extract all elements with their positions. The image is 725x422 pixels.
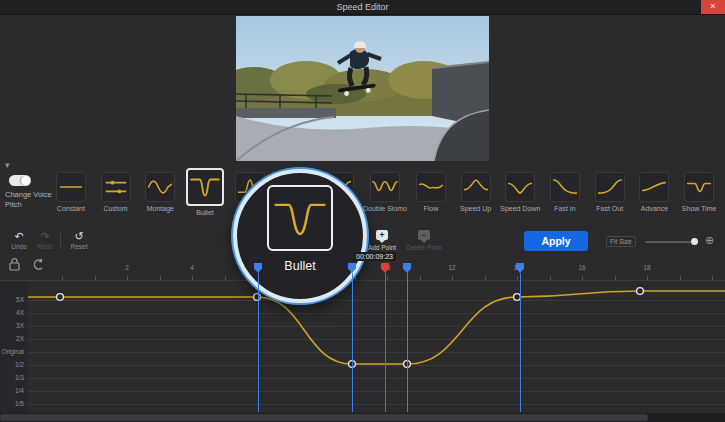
preset-constant[interactable]: Constant — [50, 172, 92, 220]
voice-pitch-toggle[interactable] — [9, 175, 31, 186]
ruler-number: 16 — [578, 264, 585, 271]
preset-magnifier: Bullet — [233, 169, 367, 303]
preset-bullet[interactable]: Bullet — [184, 172, 226, 220]
preset-speed-down[interactable]: Speed Down — [499, 172, 541, 220]
preset-label: Speed Up — [460, 205, 491, 212]
ruler-tick — [647, 276, 648, 280]
delete-point-icon: − — [418, 230, 430, 240]
reset-icon: ↺ — [66, 230, 92, 242]
titlebar: Speed Editor × — [0, 0, 725, 15]
preset-label: Speed Down — [500, 205, 540, 212]
speed-label: 1/4 — [0, 387, 24, 394]
preset-advance[interactable]: Advance — [634, 172, 676, 220]
window-title: Speed Editor — [0, 0, 725, 14]
preset-fast-in[interactable]: Fast In — [544, 172, 586, 220]
grid-line — [28, 391, 725, 392]
curve-control-point[interactable] — [57, 294, 64, 301]
redo-icon: ↷ — [34, 230, 56, 242]
preset-thumbnail — [595, 172, 625, 202]
speed-graph[interactable]: 5X4X3X2XOriginal1/21/31/41/5 — [0, 282, 725, 413]
preset-double-slomo[interactable]: Double Slomo — [363, 172, 407, 220]
ruler-tick — [127, 276, 128, 280]
grid-line — [28, 365, 725, 366]
speed-label: 4X — [0, 309, 24, 316]
speed-editor-window: Speed Editor × — [0, 0, 725, 422]
grid-line — [28, 313, 725, 314]
preset-thumbnail — [101, 172, 131, 202]
delete-point-button[interactable]: − Delete Point — [404, 230, 444, 251]
bullet-curve-icon — [269, 187, 331, 249]
preset-label: Bullet — [196, 209, 214, 216]
add-point-button[interactable]: + Add Point — [364, 230, 400, 251]
curve-control-point[interactable] — [514, 294, 521, 301]
preset-thumbnail — [186, 168, 224, 206]
preset-label: Fast In — [554, 205, 575, 212]
speed-label: 2X — [0, 335, 24, 342]
grid-line — [28, 339, 725, 340]
preset-thumbnail — [550, 172, 580, 202]
speed-label: 1/5 — [0, 400, 24, 407]
speed-label: 5X — [0, 296, 24, 303]
preset-montage[interactable]: Montage — [139, 172, 181, 220]
ruler-baseline — [0, 280, 725, 281]
preset-thumbnail — [370, 172, 400, 202]
zoom-in-icon[interactable]: ⊕ — [705, 234, 714, 247]
grid-line — [28, 326, 725, 327]
preset-custom[interactable]: Custom — [95, 172, 137, 220]
preset-thumbnail — [505, 172, 535, 202]
ruler-tick — [517, 276, 518, 280]
preset-thumbnail — [56, 172, 86, 202]
scrollbar-thumb[interactable] — [0, 414, 648, 421]
ruler-tick — [160, 276, 161, 280]
preset-fast-out[interactable]: Fast Out — [589, 172, 631, 220]
preset-label: Show Time — [682, 205, 717, 212]
preset-thumbnail — [639, 172, 669, 202]
ruler-tick — [582, 276, 583, 280]
toolbar-separator — [60, 233, 61, 248]
preset-speed-up[interactable]: Speed Up — [455, 172, 497, 220]
speed-label: Original — [0, 348, 24, 355]
magnified-thumbnail — [267, 185, 333, 251]
undo-button[interactable]: ↶ Undo — [8, 230, 30, 250]
ruler-tick — [62, 276, 63, 280]
curve-control-point[interactable] — [637, 288, 644, 295]
preset-label: Advance — [641, 205, 668, 212]
add-point-icon: + — [376, 230, 388, 240]
ruler-tick — [712, 276, 713, 280]
speed-label: 3X — [0, 322, 24, 329]
zoom-slider-track[interactable] — [645, 241, 697, 243]
curve-control-point[interactable] — [254, 294, 261, 301]
preset-thumbnail — [461, 172, 491, 202]
reset-button[interactable]: ↺ Reset — [66, 230, 92, 250]
undo-icon: ↶ — [8, 230, 30, 242]
preset-label: Flow — [423, 205, 438, 212]
preset-thumbnail — [416, 172, 446, 202]
preset-thumbnail — [684, 172, 714, 202]
speed-label: 1/3 — [0, 374, 24, 381]
speed-label: 1/2 — [0, 361, 24, 368]
ruler-number: 18 — [643, 264, 650, 271]
ruler-tick — [550, 276, 551, 280]
preset-label: Custom — [104, 205, 128, 212]
ruler-tick — [420, 276, 421, 280]
preset-show-time[interactable]: Show Time — [678, 172, 720, 220]
ruler-number: 4 — [190, 264, 194, 271]
apply-button[interactable]: Apply — [524, 231, 588, 251]
preset-label: Constant — [57, 205, 85, 212]
ruler-tick — [95, 276, 96, 280]
toggle-knob — [21, 176, 30, 185]
video-frame — [236, 16, 489, 161]
fit-size-label[interactable]: Fit Size — [606, 236, 636, 247]
ruler-tick — [615, 276, 616, 280]
curve-control-point[interactable] — [404, 361, 411, 368]
preset-label: Fast Out — [596, 205, 623, 212]
grid-line — [28, 404, 725, 405]
collapse-arrow-icon[interactable]: ▾ — [5, 161, 10, 170]
curve-control-point[interactable] — [349, 361, 356, 368]
redo-button[interactable]: ↷ Redo — [34, 230, 56, 250]
preset-flow[interactable]: Flow — [410, 172, 452, 220]
playhead-timestamp: 00:00:09:23 — [353, 252, 396, 261]
close-button[interactable]: × — [701, 0, 725, 14]
horizontal-scrollbar[interactable] — [0, 413, 725, 422]
zoom-slider-knob[interactable] — [691, 238, 698, 245]
